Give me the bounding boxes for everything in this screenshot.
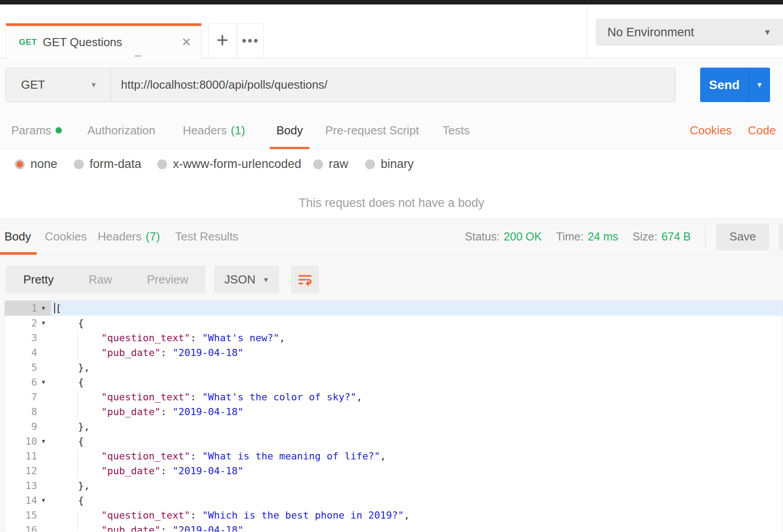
fold-caret-icon[interactable]: ▾ bbox=[37, 493, 50, 508]
chevron-down-icon: ▼ bbox=[262, 276, 269, 283]
cut-off-button[interactable] bbox=[779, 223, 783, 250]
line-number: 12 bbox=[5, 463, 37, 478]
line-gutter: 14▾ bbox=[5, 493, 51, 508]
format-select[interactable]: JSON ▼ bbox=[214, 266, 279, 293]
line-number: 14 bbox=[5, 493, 37, 508]
code-line[interactable]: 8"pub_date": "2019-04-18" bbox=[5, 404, 783, 419]
wrap-lines-button[interactable] bbox=[291, 266, 319, 293]
environment-label: No Environment bbox=[607, 26, 763, 39]
code-text: { bbox=[51, 493, 783, 508]
code-text: [ bbox=[51, 301, 783, 316]
code-text: }, bbox=[51, 419, 783, 434]
code-text: "pub_date": "2019-04-18" bbox=[51, 404, 783, 419]
radio-icon bbox=[157, 159, 167, 169]
body-mode-form-data[interactable]: form-data bbox=[74, 149, 142, 179]
body-mode-binary[interactable]: binary bbox=[365, 149, 414, 179]
meta-divider bbox=[705, 226, 706, 248]
cookies-link[interactable]: Cookies bbox=[690, 124, 732, 137]
more-options-button[interactable] bbox=[236, 24, 263, 58]
save-response-button[interactable]: Save bbox=[716, 223, 769, 250]
response-tab-cookies[interactable]: Cookies bbox=[45, 219, 87, 254]
new-tab-button[interactable]: + bbox=[209, 24, 236, 58]
response-pane: Body Cookies Headers (7) Test Results St… bbox=[0, 219, 783, 532]
code-text: "pub_date": "2019-04-18" bbox=[51, 523, 783, 532]
fold-caret-icon[interactable]: ▾ bbox=[37, 434, 50, 449]
radio-icon bbox=[365, 159, 375, 169]
fold-caret-icon[interactable]: ▾ bbox=[37, 316, 50, 330]
code-line[interactable]: 15"question_text": "Which is the best ph… bbox=[5, 508, 783, 523]
response-tab-headers[interactable]: Headers (7) bbox=[98, 219, 160, 254]
line-number: 1 bbox=[5, 301, 37, 316]
line-number: 11 bbox=[5, 449, 37, 463]
close-tab-icon[interactable]: ✕ bbox=[181, 36, 191, 48]
code-line[interactable]: 7"question_text": "What's the color of s… bbox=[5, 390, 783, 404]
code-text: }, bbox=[51, 360, 783, 375]
code-text: "question_text": "What's new?", bbox=[51, 330, 783, 345]
code-line[interactable]: 14▾{ bbox=[5, 493, 783, 508]
request-links: Cookies Code bbox=[690, 112, 783, 149]
send-button[interactable]: Send bbox=[700, 68, 749, 102]
environment-divider bbox=[587, 4, 587, 58]
code-line[interactable]: 16"pub_date": "2019-04-18" bbox=[5, 523, 783, 532]
fold-caret-icon[interactable]: ▾ bbox=[37, 375, 50, 390]
url-input[interactable]: http://localhost:8000/api/polls/question… bbox=[111, 68, 675, 102]
line-number: 15 bbox=[5, 508, 37, 523]
tab-authorization[interactable]: Authorization bbox=[87, 112, 155, 149]
line-gutter: 13 bbox=[5, 478, 51, 493]
tab-actions: + bbox=[208, 23, 264, 58]
tab-headers[interactable]: Headers (1) bbox=[183, 112, 245, 149]
code-line[interactable]: 4"pub_date": "2019-04-18" bbox=[5, 345, 783, 360]
tab-body[interactable]: Body bbox=[276, 112, 303, 149]
line-gutter: 5 bbox=[5, 360, 51, 375]
response-tab-test-results[interactable]: Test Results bbox=[175, 219, 239, 254]
code-line[interactable]: 11"question_text": "What is the meaning … bbox=[5, 449, 783, 463]
send-options-button[interactable]: ▼ bbox=[749, 68, 770, 102]
tab-method-badge: GET bbox=[19, 37, 37, 47]
view-raw[interactable]: Raw bbox=[71, 273, 129, 287]
tab-params[interactable]: Params bbox=[11, 112, 62, 149]
code-link[interactable]: Code bbox=[748, 124, 776, 137]
tab-tests[interactable]: Tests bbox=[443, 112, 470, 149]
body-mode-urlencoded[interactable]: x-www-form-urlencoded bbox=[157, 149, 301, 179]
code-line[interactable]: 1▾[ bbox=[5, 301, 783, 316]
response-tab-body[interactable]: Body bbox=[4, 219, 31, 254]
fold-caret-icon[interactable]: ▾ bbox=[37, 301, 50, 316]
line-gutter: 10▾ bbox=[5, 434, 51, 449]
view-pretty[interactable]: Pretty bbox=[6, 273, 71, 287]
body-mode-raw[interactable]: raw bbox=[313, 149, 348, 179]
code-line[interactable]: 9}, bbox=[5, 419, 783, 434]
request-builder: GET ▼ http://localhost:8000/api/polls/qu… bbox=[0, 58, 783, 112]
line-gutter: 9 bbox=[5, 419, 51, 434]
code-line[interactable]: 3"question_text": "What's new?", bbox=[5, 330, 783, 345]
request-tab[interactable]: GET GET Questions ✕ bbox=[6, 23, 202, 58]
request-tab-bar: GET GET Questions ✕ + No Environment ▼ bbox=[0, 4, 783, 58]
url-group: GET ▼ http://localhost:8000/api/polls/qu… bbox=[5, 68, 675, 102]
code-text: { bbox=[51, 316, 783, 330]
environment-select[interactable]: No Environment ▼ bbox=[596, 19, 783, 46]
code-line[interactable]: 2▾{ bbox=[5, 316, 783, 330]
line-gutter: 1▾ bbox=[5, 301, 51, 316]
method-select[interactable]: GET ▼ bbox=[6, 68, 111, 102]
view-preview[interactable]: Preview bbox=[129, 273, 206, 287]
code-line[interactable]: 6▾{ bbox=[5, 375, 783, 390]
tab-scrollbar[interactable] bbox=[134, 55, 141, 57]
body-mode-none[interactable]: none bbox=[15, 149, 57, 179]
line-number: 4 bbox=[5, 345, 37, 360]
line-gutter: 12 bbox=[5, 463, 51, 478]
wrap-text-icon bbox=[297, 272, 313, 287]
code-text: }, bbox=[51, 478, 783, 493]
chevron-down-icon: ▼ bbox=[756, 81, 763, 89]
code-line[interactable]: 12"pub_date": "2019-04-18" bbox=[5, 463, 783, 478]
line-gutter: 6▾ bbox=[5, 375, 51, 390]
code-line[interactable]: 13}, bbox=[5, 478, 783, 493]
code-text: "pub_date": "2019-04-18" bbox=[51, 463, 783, 478]
response-body-editor[interactable]: 1▾[2▾{3"question_text": "What's new?",4"… bbox=[4, 300, 783, 532]
plus-icon: + bbox=[216, 30, 228, 50]
chevron-down-icon: ▼ bbox=[90, 81, 97, 89]
tab-pre-request-script[interactable]: Pre-request Script bbox=[325, 112, 419, 149]
radio-selected-icon bbox=[15, 159, 25, 169]
text-cursor bbox=[54, 303, 55, 313]
code-line[interactable]: 5}, bbox=[5, 360, 783, 375]
line-gutter: 2▾ bbox=[5, 316, 51, 330]
code-line[interactable]: 10▾{ bbox=[5, 434, 783, 449]
